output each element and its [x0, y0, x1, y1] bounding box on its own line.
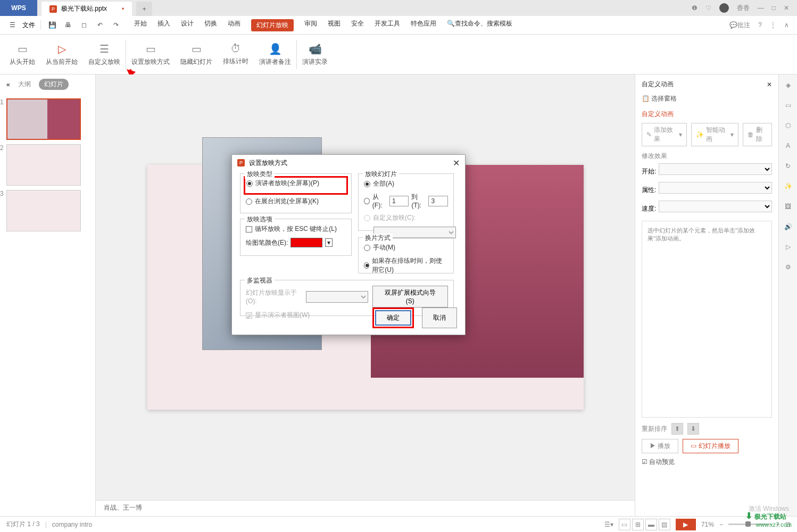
move-up-button[interactable]: ⬆ [671, 423, 683, 435]
radio-from[interactable]: 从(F):1 到(T):3 [364, 193, 448, 209]
badge-icon[interactable]: ❶ [692, 4, 698, 12]
document-tab[interactable]: P 极光下载站.pptx • [41, 2, 132, 16]
notes-area[interactable]: 肖战、王一博 [96, 500, 635, 516]
undo-icon[interactable]: ↶ [94, 19, 106, 31]
slideshow-button[interactable]: ▭ 幻灯片播放 [683, 439, 738, 453]
play-slideshow[interactable]: ▶ [676, 519, 696, 530]
menu-feature[interactable]: 特色应用 [411, 19, 436, 31]
collapse-panel-icon[interactable]: « [6, 81, 10, 88]
ribbon-record[interactable]: 📹演讲实录 [297, 36, 333, 73]
preview-icon[interactable]: ◻ [78, 19, 90, 31]
select-pane-button[interactable]: 📋 选择窗格 [642, 94, 772, 103]
tab-dirty-icon: • [122, 5, 124, 13]
new-tab-button[interactable]: + [136, 2, 152, 16]
menu-review[interactable]: 审阅 [304, 19, 317, 31]
slide-thumb-2[interactable]: 2 [6, 144, 89, 186]
redo-icon[interactable]: ↷ [110, 19, 122, 31]
ok-button[interactable]: 确定 [375, 310, 411, 326]
menu-insert[interactable]: 插入 [157, 19, 170, 31]
attr-select[interactable] [659, 182, 772, 194]
ribbon-from-current[interactable]: ▷从当前开始 [40, 36, 83, 73]
slide-thumb-1[interactable]: 1 [6, 98, 89, 140]
tool-3[interactable]: ⬡ [783, 120, 793, 131]
ribbon-setup-show[interactable]: ▭设置放映方式 [126, 36, 175, 73]
radio-custom: 自定义放映(C): [364, 213, 448, 222]
tool-2[interactable]: ▭ [783, 100, 793, 111]
zoom-out[interactable]: − [719, 521, 723, 528]
ppt-icon: P [49, 5, 57, 13]
menu-view[interactable]: 视图 [328, 19, 341, 31]
zoom-label: 71% [701, 521, 714, 528]
ribbon-custom-show[interactable]: ☰自定义放映 [83, 36, 126, 73]
minimize-icon[interactable]: — [758, 4, 764, 12]
move-down-button[interactable]: ⬇ [687, 423, 699, 435]
cancel-button[interactable]: 取消 [422, 307, 457, 328]
search-box[interactable]: 🔍查找命令、搜索模板 [447, 19, 512, 31]
setup-show-dialog: P 设置放映方式 ✕ 放映类型 演讲者放映(全屏幕)(P) 在展台浏览(全屏幕)… [231, 154, 466, 335]
menu-icon[interactable]: ☰ [6, 19, 18, 31]
view-normal[interactable]: ▭ [619, 519, 630, 530]
radio-manual[interactable]: 手动(M) [364, 243, 448, 252]
auto-preview-checkbox[interactable]: ☑ 自动预览 [642, 458, 772, 467]
view-reading[interactable]: ▬ [645, 519, 657, 530]
tab-outline[interactable]: 大纲 [18, 80, 31, 89]
wps-logo[interactable]: WPS [0, 0, 37, 16]
tool-8[interactable]: 🔊 [783, 221, 793, 232]
tool-7[interactable]: 🖼 [783, 201, 793, 212]
menu-security[interactable]: 安全 [351, 19, 364, 31]
menu-slideshow[interactable]: 幻灯片放映 [251, 19, 294, 31]
gift-icon[interactable]: ♡ [705, 4, 711, 12]
save-icon[interactable]: 💾 [46, 19, 58, 31]
menu-anim[interactable]: 动画 [228, 19, 240, 31]
ribbon-from-start[interactable]: ▭从头开始 [4, 36, 40, 73]
radio-presenter[interactable]: 演讲者放映(全屏幕)(P) [246, 179, 345, 188]
file-menu[interactable]: 文件 [22, 21, 35, 30]
tool-5[interactable]: ↻ [783, 161, 793, 171]
collapse-icon[interactable]: ∧ [784, 21, 789, 29]
play-button[interactable]: ▶ 播放 [642, 439, 678, 453]
status-page: 幻灯片 1 / 3 [6, 520, 40, 529]
delete-button[interactable]: 🗑删除 [743, 123, 772, 146]
view-sorter[interactable]: ⊞ [632, 519, 644, 530]
ribbon-hide-slide[interactable]: ▭隐藏幻灯片 [175, 36, 218, 73]
close-icon[interactable]: ✕ [784, 4, 789, 12]
menu-start[interactable]: 开始 [134, 19, 147, 31]
to-spinner[interactable]: 3 [428, 196, 448, 206]
add-effect-button[interactable]: ✎添加效果 ▾ [642, 123, 687, 146]
tool-1[interactable]: ◈ [783, 80, 793, 90]
ribbon-rehearse[interactable]: ⏱排练计时 [218, 36, 254, 73]
anim-hint: 选中幻灯片的某个元素，然后单击"添加效果"添加动画。 [642, 221, 772, 418]
menu-trans[interactable]: 切换 [204, 19, 217, 31]
menu-design[interactable]: 设计 [181, 19, 194, 31]
avatar[interactable] [719, 3, 729, 13]
modify-label: 修改效果 [642, 152, 772, 161]
status-menu-icon[interactable]: ☰▾ [604, 521, 613, 528]
close-panel-icon[interactable]: ✕ [767, 81, 772, 88]
help-icon[interactable]: ? [758, 21, 762, 29]
start-select[interactable] [659, 163, 772, 175]
comment-button[interactable]: 💬批注 [729, 21, 750, 30]
radio-kiosk[interactable]: 在展台浏览(全屏幕)(K) [246, 197, 346, 206]
checkbox-loop[interactable]: 循环放映，按 ESC 键终止(L) [246, 225, 346, 234]
dialog-close-button[interactable]: ✕ [453, 158, 460, 168]
speed-select[interactable] [659, 201, 772, 212]
radio-all[interactable]: 全部(A) [364, 179, 448, 188]
from-spinner[interactable]: 1 [389, 196, 409, 206]
slide-thumb-3[interactable]: 3 [6, 190, 89, 231]
dual-screen-button[interactable]: 双屏扩展模式向导(S) [372, 286, 448, 307]
view-notes[interactable]: ▤ [659, 519, 670, 530]
radio-timing[interactable]: 如果存在排练时间，则使用它(U) [364, 256, 448, 275]
tool-4[interactable]: A [783, 140, 793, 151]
menu-dev[interactable]: 开发工具 [375, 19, 400, 31]
more-icon[interactable]: ⋮ [770, 21, 776, 29]
maximize-icon[interactable]: □ [772, 4, 776, 12]
tab-slides[interactable]: 幻灯片 [39, 79, 69, 90]
print-icon[interactable]: 🖶 [62, 19, 74, 31]
tool-9[interactable]: ▷ [783, 242, 793, 252]
smart-anim-button[interactable]: ✨智能动画 ▾ [691, 123, 738, 146]
tool-10[interactable]: ⚙ [783, 262, 793, 272]
ribbon-notes[interactable]: 👤演讲者备注 [254, 36, 296, 73]
pen-color-swatch[interactable] [290, 238, 322, 247]
dialog-title: 设置放映方式 [249, 159, 287, 168]
tool-6[interactable]: ✨ [783, 181, 793, 192]
